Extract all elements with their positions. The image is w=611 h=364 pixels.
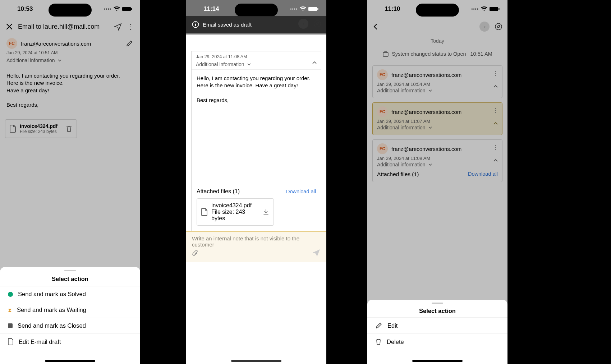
body-line: Hello, I am contacting you regarding you… (6, 72, 134, 79)
edit-icon[interactable] (125, 39, 134, 48)
battery-icon (122, 6, 132, 11)
action-send-waiting[interactable]: ⧗ Send and mark as Waiting (0, 302, 140, 318)
action-edit-draft[interactable]: Edit E-mail draft (0, 333, 140, 350)
status-right: •••• (290, 6, 318, 11)
file-icon (8, 338, 14, 345)
body-line: Have a great day! (6, 87, 134, 94)
action-label: Send and mark as Solved (18, 291, 86, 298)
status-time: 10:53 (17, 5, 33, 13)
chevron-down-icon (428, 88, 433, 93)
battery-icon (490, 6, 500, 11)
sheet-grabber[interactable] (64, 270, 76, 271)
download-all-link[interactable]: Download all (286, 189, 316, 194)
send-icon[interactable] (114, 22, 122, 31)
hourglass-icon: ⧗ (8, 307, 12, 313)
info-icon (192, 21, 199, 28)
action-label: Edit E-mail draft (19, 338, 61, 345)
more-icon[interactable]: ⋮ (127, 22, 135, 31)
chevron-down-icon (57, 58, 62, 63)
action-sheet: Select action Send and mark as Solved ⧗ … (0, 267, 140, 364)
message-body: Hello, I am contacting you regarding you… (192, 70, 321, 185)
attachment-card[interactable]: invoice4324.pdf File size: 243 bytes (197, 198, 274, 226)
more-icon[interactable]: ⋮ (493, 107, 499, 114)
compose-title: Email to laure.hill@mail.com (18, 23, 109, 31)
conversation-card[interactable]: ⋮ FC franz@areconversations.com Jan 29, … (372, 139, 502, 182)
cellular-icon: •••• (471, 6, 479, 11)
status-time: 11:14 (203, 5, 219, 13)
internal-note-input[interactable]: Write an internal note that is not visib… (186, 231, 326, 262)
trash-icon[interactable] (66, 125, 72, 132)
svg-rect-0 (122, 7, 131, 11)
system-time: 10:51 AM (470, 51, 492, 57)
chevron-up-icon[interactable] (493, 121, 499, 126)
today-label: Today (431, 38, 444, 44)
toast-text: Email saved as draft (203, 22, 252, 28)
svg-rect-8 (490, 7, 498, 11)
download-icon[interactable] (263, 209, 269, 215)
sender-email: franz@areconversations.com (391, 72, 461, 78)
svg-rect-1 (131, 8, 132, 10)
action-edit[interactable]: Edit (367, 317, 507, 333)
status-right: •••• (104, 6, 132, 11)
wifi-icon (300, 6, 306, 11)
system-text: System changed status to Open (392, 51, 466, 57)
action-delete[interactable]: Delete (367, 333, 507, 350)
attachment-meta: invoice4324.pdf File size: 243 bytes (211, 202, 259, 222)
sheet-title: Select action (0, 273, 140, 286)
body-text: Hello, I am contacting you regarding you… (197, 75, 316, 89)
compose-icon[interactable] (495, 23, 502, 31)
additional-info-toggle[interactable]: Additional information (377, 125, 498, 130)
cellular-icon: •••• (290, 6, 298, 11)
message-timestamp: Jan 29, 2024 at 11:08 AM (196, 54, 317, 60)
additional-info-label: Additional information (377, 88, 426, 93)
date-divider: Today (367, 35, 507, 47)
conversation-card-selected[interactable]: ⋮ FC franz@areconversations.com Jan 29, … (372, 102, 502, 135)
download-all-link[interactable]: Download all (468, 171, 498, 178)
status-dot-solved (8, 292, 13, 297)
avatar-icon[interactable]: ○ (479, 22, 490, 32)
more-icon[interactable]: ⋮ (493, 70, 499, 77)
home-indicator (45, 360, 95, 362)
sheet-grabber[interactable] (432, 303, 443, 304)
action-sheet: Select action Edit Delete (367, 300, 507, 364)
compose-timestamp: Jan 29, 2024 at 10:51 AM (0, 50, 140, 56)
additional-info-label: Additional information (196, 61, 244, 67)
chevron-up-icon[interactable] (312, 60, 317, 66)
back-icon[interactable] (372, 23, 379, 30)
chevron-up-icon[interactable] (493, 158, 499, 163)
chevron-down-icon (428, 162, 433, 167)
status-change-icon (382, 51, 389, 57)
phone-2: 11:14 •••• Email saved as draft ○ Jan 29… (186, 0, 326, 364)
attached-label: Attached files (1) (377, 171, 419, 178)
action-send-solved[interactable]: Send and mark as Solved (0, 286, 140, 302)
attachment-size: File size: 243 bytes (211, 209, 259, 222)
chevron-up-icon[interactable] (493, 84, 499, 89)
message-header: Jan 29, 2024 at 11:08 AM Additional info… (192, 51, 321, 70)
conversation-header: ○ (367, 18, 507, 35)
more-icon[interactable]: ⋮ (493, 144, 499, 151)
battery-icon (308, 6, 318, 11)
header-actions: ○ (479, 22, 502, 32)
wifi-icon (114, 6, 120, 11)
additional-info-toggle[interactable]: Additional information (0, 56, 140, 67)
svg-rect-6 (195, 24, 196, 26)
attachment-size: File size: 243 bytes (20, 129, 58, 134)
attachment-card[interactable]: invoice4324.pdf File size: 243 bytes (5, 119, 77, 138)
sender-avatar: FC (377, 69, 388, 80)
attach-icon[interactable] (192, 250, 198, 257)
edit-icon (375, 322, 382, 329)
home-indicator (412, 360, 463, 362)
action-send-closed[interactable]: Send and mark as Closed (0, 318, 140, 333)
additional-info-toggle[interactable]: Additional information (377, 162, 498, 167)
conversation-card[interactable]: ⋮ FC franz@areconversations.com Jan 29, … (372, 65, 502, 98)
send-icon[interactable] (312, 248, 321, 257)
sender-row: FC franz@areconversations.com (0, 35, 140, 50)
additional-info-toggle[interactable]: Additional information (196, 60, 317, 67)
additional-info-toggle[interactable]: Additional information (377, 88, 498, 93)
file-icon (10, 125, 16, 133)
close-icon[interactable] (5, 22, 14, 31)
card-date: Jan 29, 2024 at 10:54 AM (377, 80, 498, 88)
chevron-down-icon (428, 125, 433, 130)
action-label: Send and mark as Closed (18, 322, 86, 329)
svg-rect-11 (383, 52, 388, 56)
